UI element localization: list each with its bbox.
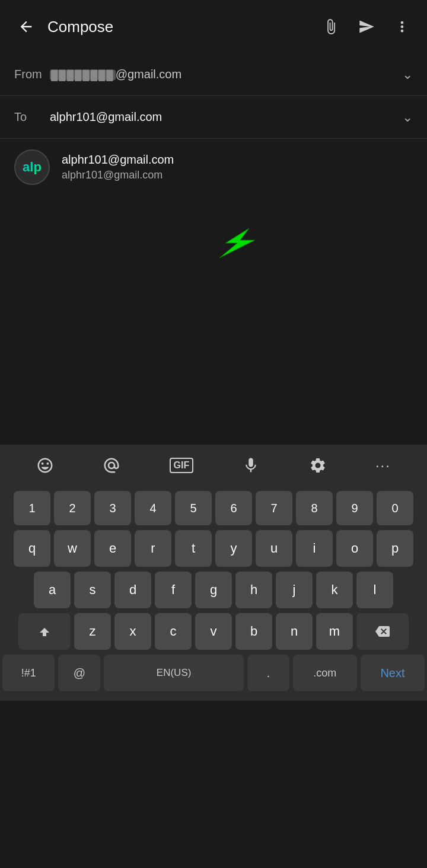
key-k[interactable]: k	[316, 572, 353, 608]
key-a[interactable]: a	[34, 572, 71, 608]
key-d[interactable]: d	[114, 572, 151, 608]
qwerty-row: q w e r t y u i o p	[2, 530, 425, 567]
key-v[interactable]: v	[195, 613, 232, 650]
bottom-row: !#1 @ EN(US) . .com Next	[2, 655, 425, 691]
suggestion-name: alphr101@gmail.com	[62, 153, 174, 167]
key-3[interactable]: 3	[94, 491, 131, 525]
shift-key[interactable]	[18, 613, 71, 650]
to-value[interactable]: alphr101@gmail.com	[50, 110, 402, 124]
dot-key[interactable]: .	[247, 655, 289, 691]
asdf-row: a s d f g h j k l	[2, 572, 425, 608]
compose-body[interactable]	[0, 196, 427, 445]
key-0[interactable]: 0	[377, 491, 413, 525]
to-field-row[interactable]: To alphr101@gmail.com ⌄	[0, 96, 427, 139]
key-f[interactable]: f	[155, 572, 192, 608]
back-button[interactable]	[12, 12, 40, 41]
key-b[interactable]: b	[235, 613, 272, 650]
to-label: To	[14, 110, 50, 124]
key-7[interactable]: 7	[256, 491, 292, 525]
key-z[interactable]: z	[74, 613, 111, 650]
key-u[interactable]: u	[256, 530, 292, 567]
gif-icon[interactable]: GIF	[170, 458, 194, 473]
next-key[interactable]: Next	[361, 655, 425, 691]
avatar: alp	[14, 149, 50, 185]
key-l[interactable]: l	[356, 572, 393, 608]
more-options-icon[interactable]	[389, 14, 415, 40]
attach-icon[interactable]	[318, 14, 344, 40]
send-icon[interactable]	[353, 14, 380, 40]
sticker-icon[interactable]	[103, 457, 120, 474]
settings-icon[interactable]	[309, 457, 327, 474]
keyboard-more-icon[interactable]: ···	[375, 457, 391, 474]
page-title: Compose	[40, 18, 318, 36]
key-n[interactable]: n	[276, 613, 313, 650]
key-t[interactable]: t	[175, 530, 212, 567]
key-y[interactable]: y	[215, 530, 252, 567]
from-value: ████████@gmail.com	[50, 68, 402, 81]
top-bar: Compose	[0, 0, 427, 53]
symbol-key[interactable]: !#1	[2, 655, 55, 691]
key-r[interactable]: r	[135, 530, 171, 567]
emoji-icon[interactable]	[36, 457, 54, 474]
key-8[interactable]: 8	[296, 491, 333, 525]
to-chevron-icon[interactable]: ⌄	[402, 110, 413, 125]
key-e[interactable]: e	[94, 530, 131, 567]
suggestion-row[interactable]: alp alphr101@gmail.com alphr101@gmail.co…	[0, 139, 427, 196]
from-email-blurred: ████████	[50, 70, 116, 80]
key-o[interactable]: o	[336, 530, 373, 567]
key-4[interactable]: 4	[135, 491, 171, 525]
from-field-row[interactable]: From ████████@gmail.com ⌄	[0, 53, 427, 96]
key-q[interactable]: q	[14, 530, 50, 567]
key-s[interactable]: s	[74, 572, 111, 608]
key-x[interactable]: x	[114, 613, 151, 650]
suggestion-email: alphr101@gmail.com	[62, 169, 174, 181]
top-actions	[318, 14, 415, 40]
at-key[interactable]: @	[58, 655, 100, 691]
key-6[interactable]: 6	[215, 491, 252, 525]
space-key[interactable]: EN(US)	[104, 655, 244, 691]
number-row: 1 2 3 4 5 6 7 8 9 0	[2, 491, 425, 525]
key-j[interactable]: j	[276, 572, 313, 608]
suggestion-info: alphr101@gmail.com alphr101@gmail.com	[62, 153, 174, 181]
from-label: From	[14, 68, 50, 81]
mic-icon[interactable]	[242, 457, 260, 474]
key-p[interactable]: p	[377, 530, 413, 567]
keyboard: 1 2 3 4 5 6 7 8 9 0 q w e r t y u i o p …	[0, 486, 427, 701]
backspace-key[interactable]	[356, 613, 409, 650]
key-c[interactable]: c	[155, 613, 192, 650]
key-h[interactable]: h	[235, 572, 272, 608]
key-w[interactable]: w	[54, 530, 91, 567]
key-1[interactable]: 1	[14, 491, 50, 525]
key-m[interactable]: m	[316, 613, 353, 650]
key-g[interactable]: g	[195, 572, 232, 608]
keyboard-toolbar: GIF ···	[0, 445, 427, 486]
zxcv-row: z x c v b n m	[2, 613, 425, 650]
dotcom-key[interactable]: .com	[293, 655, 357, 691]
from-chevron-icon[interactable]: ⌄	[402, 67, 413, 82]
key-2[interactable]: 2	[54, 491, 91, 525]
avatar-text: alp	[23, 159, 42, 175]
key-5[interactable]: 5	[175, 491, 212, 525]
key-i[interactable]: i	[296, 530, 333, 567]
from-email-domain: @gmail.com	[116, 68, 181, 81]
key-9[interactable]: 9	[336, 491, 373, 525]
